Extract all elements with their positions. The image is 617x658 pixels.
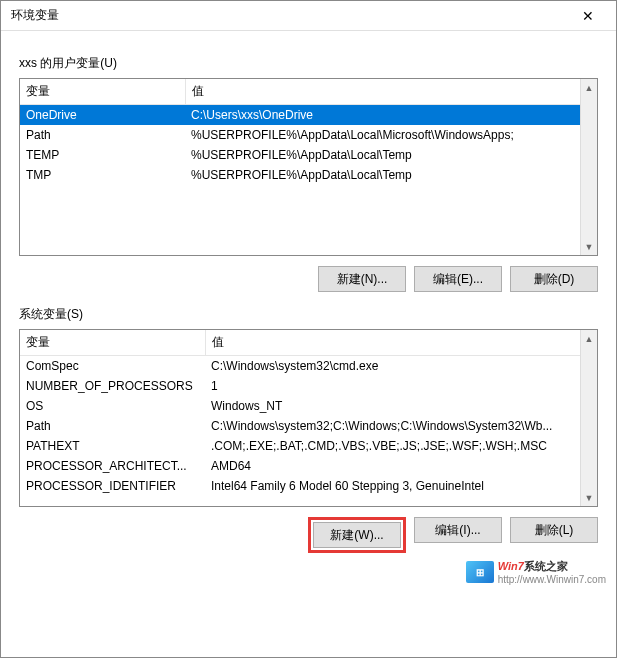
table-row[interactable]: PathC:\Windows\system32;C:\Windows;C:\Wi… (20, 416, 580, 436)
var-name-cell: ComSpec (20, 356, 205, 377)
var-value-cell: Intel64 Family 6 Model 60 Stepping 3, Ge… (205, 476, 580, 496)
var-name-cell: Path (20, 125, 185, 145)
var-value-cell: .COM;.EXE;.BAT;.CMD;.VBS;.VBE;.JS;.JSE;.… (205, 436, 580, 456)
var-value-cell: 1 (205, 376, 580, 396)
system-scrollbar[interactable]: ▲ ▼ (580, 330, 597, 506)
titlebar: 环境变量 ✕ (1, 1, 616, 31)
var-name-cell: TMP (20, 165, 185, 185)
scroll-down-icon[interactable]: ▼ (581, 238, 597, 255)
system-edit-button[interactable]: 编辑(I)... (414, 517, 502, 543)
table-row[interactable]: TMP%USERPROFILE%\AppData\Local\Temp (20, 165, 580, 185)
var-value-cell: C:\Users\xxs\OneDrive (185, 105, 580, 126)
table-row[interactable]: Path%USERPROFILE%\AppData\Local\Microsof… (20, 125, 580, 145)
system-vars-label: 系统变量(S) (19, 306, 598, 323)
bottom-row: ⊞ Win7系统之家 http://www.Winwin7.com (1, 579, 616, 591)
user-vars-table[interactable]: 变量 值 OneDriveC:\Users\xxs\OneDrivePath%U… (20, 79, 580, 185)
user-scrollbar[interactable]: ▲ ▼ (580, 79, 597, 255)
user-buttons-row: 新建(N)... 编辑(E)... 删除(D) (19, 266, 598, 292)
system-buttons-row: 新建(W)... 编辑(I)... 删除(L) (19, 517, 598, 553)
col-val[interactable]: 值 (205, 330, 580, 356)
var-name-cell: NUMBER_OF_PROCESSORS (20, 376, 205, 396)
var-name-cell: Path (20, 416, 205, 436)
table-row[interactable]: PROCESSOR_IDENTIFIERIntel64 Family 6 Mod… (20, 476, 580, 496)
highlight-box: 新建(W)... (308, 517, 406, 553)
user-edit-button[interactable]: 编辑(E)... (414, 266, 502, 292)
table-row[interactable]: PROCESSOR_ARCHITECT...AMD64 (20, 456, 580, 476)
table-row[interactable]: OneDriveC:\Users\xxs\OneDrive (20, 105, 580, 126)
close-button[interactable]: ✕ (568, 2, 608, 30)
col-val[interactable]: 值 (185, 79, 580, 105)
scroll-up-icon[interactable]: ▲ (581, 79, 597, 96)
table-row[interactable]: PATHEXT.COM;.EXE;.BAT;.CMD;.VBS;.VBE;.JS… (20, 436, 580, 456)
var-value-cell: AMD64 (205, 456, 580, 476)
var-value-cell: %USERPROFILE%\AppData\Local\Temp (185, 165, 580, 185)
system-new-button[interactable]: 新建(W)... (313, 522, 401, 548)
var-name-cell: TEMP (20, 145, 185, 165)
user-vars-label: xxs 的用户变量(U) (19, 55, 598, 72)
var-value-cell: %USERPROFILE%\AppData\Local\Microsoft\Wi… (185, 125, 580, 145)
user-new-button[interactable]: 新建(N)... (318, 266, 406, 292)
window-title: 环境变量 (11, 7, 59, 24)
system-vars-group: 系统变量(S) 变量 值 ComSpecC:\Windows\system32\… (19, 306, 598, 553)
var-name-cell: OneDrive (20, 105, 185, 126)
system-vars-table-box: 变量 值 ComSpecC:\Windows\system32\cmd.exeN… (19, 329, 598, 507)
table-row[interactable]: OSWindows_NT (20, 396, 580, 416)
var-value-cell: Windows_NT (205, 396, 580, 416)
var-value-cell: C:\Windows\system32;C:\Windows;C:\Window… (205, 416, 580, 436)
var-value-cell: %USERPROFILE%\AppData\Local\Temp (185, 145, 580, 165)
user-vars-group: xxs 的用户变量(U) 变量 值 OneDriveC:\Users\xxs\O… (19, 55, 598, 292)
table-row[interactable]: ComSpecC:\Windows\system32\cmd.exe (20, 356, 580, 377)
col-var[interactable]: 变量 (20, 330, 205, 356)
scroll-up-icon[interactable]: ▲ (581, 330, 597, 347)
system-delete-button[interactable]: 删除(L) (510, 517, 598, 543)
user-vars-table-box: 变量 值 OneDriveC:\Users\xxs\OneDrivePath%U… (19, 78, 598, 256)
close-icon: ✕ (582, 8, 594, 24)
system-vars-table[interactable]: 变量 值 ComSpecC:\Windows\system32\cmd.exeN… (20, 330, 580, 496)
var-name-cell: PROCESSOR_IDENTIFIER (20, 476, 205, 496)
var-name-cell: OS (20, 396, 205, 416)
dialog-content: xxs 的用户变量(U) 变量 值 OneDriveC:\Users\xxs\O… (1, 31, 616, 579)
var-name-cell: PROCESSOR_ARCHITECT... (20, 456, 205, 476)
scroll-down-icon[interactable]: ▼ (581, 489, 597, 506)
user-delete-button[interactable]: 删除(D) (510, 266, 598, 292)
col-var[interactable]: 变量 (20, 79, 185, 105)
var-name-cell: PATHEXT (20, 436, 205, 456)
var-value-cell: C:\Windows\system32\cmd.exe (205, 356, 580, 377)
table-row[interactable]: NUMBER_OF_PROCESSORS1 (20, 376, 580, 396)
table-row[interactable]: TEMP%USERPROFILE%\AppData\Local\Temp (20, 145, 580, 165)
